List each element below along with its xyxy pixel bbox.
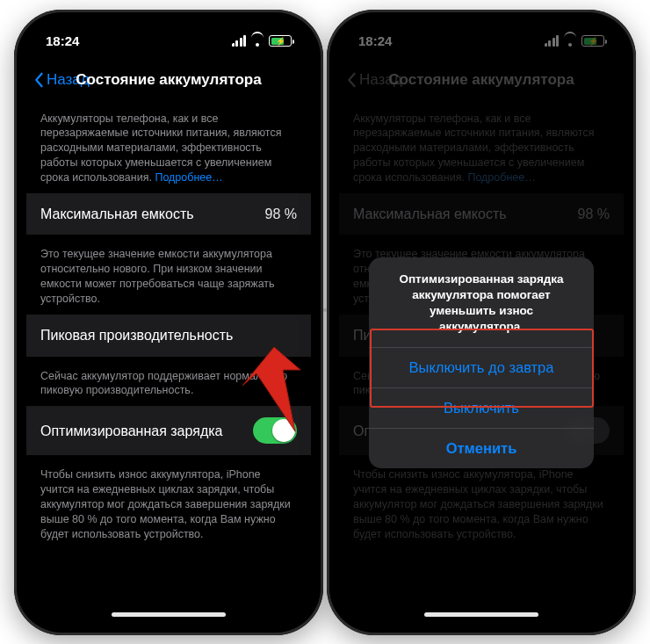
phone-right: 18:24 ⚡ Назад Состояние аккумулятора Акк… [327, 10, 636, 635]
sheet-option-off[interactable]: Выключить [369, 387, 594, 428]
intro-text: Аккумуляторы телефона, как и все перезар… [26, 99, 311, 192]
back-button[interactable]: Назад [26, 71, 90, 89]
capacity-cell[interactable]: Максимальная емкость 98 % [26, 192, 311, 235]
optimized-toggle[interactable] [253, 417, 297, 444]
optimized-cell: Оптимизированная зарядка [26, 405, 311, 455]
capacity-label: Максимальная емкость [40, 205, 194, 224]
home-indicator[interactable] [424, 612, 538, 617]
wifi-icon [250, 36, 264, 47]
peak-cell[interactable]: Пиковая производительность [26, 314, 311, 357]
content-area: Аккумуляторы телефона, как и все перезар… [26, 99, 311, 623]
learn-more-link[interactable]: Подробнее… [155, 171, 222, 184]
status-time: 18:24 [46, 33, 79, 48]
capacity-value: 98 % [265, 205, 297, 224]
home-indicator[interactable] [112, 612, 226, 617]
peak-label: Пиковая производительность [40, 326, 233, 345]
sheet-cancel[interactable]: Отменить [369, 428, 594, 468]
capacity-footer: Это текущее значение емкости аккумулятор… [26, 235, 311, 314]
peak-footer: Сейчас аккумулятор поддерживает нормальн… [26, 357, 311, 406]
optimized-label: Оптимизированная зарядка [40, 422, 222, 441]
chevron-left-icon [33, 72, 44, 88]
action-sheet: Оптимизированная зарядка аккумулятора по… [369, 257, 594, 469]
sheet-option-tomorrow[interactable]: Выключить до завтра [369, 347, 594, 387]
notch [98, 22, 239, 47]
back-label: Назад [47, 71, 90, 89]
nav-bar: Назад Состояние аккумулятора [26, 61, 311, 99]
sheet-title: Оптимизированная зарядка аккумулятора по… [369, 257, 594, 348]
phone-left: 18:24 ⚡ Назад Состояние аккумулятора Акк… [14, 10, 323, 635]
battery-icon: ⚡ [269, 35, 292, 47]
optimized-footer: Чтобы снизить износ аккумулятора, iPhone… [26, 455, 311, 548]
